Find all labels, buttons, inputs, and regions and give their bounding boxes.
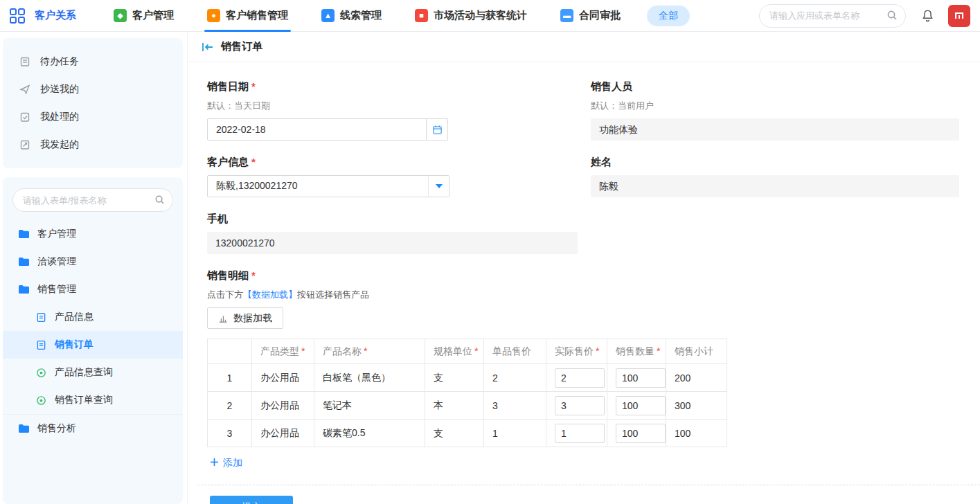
field-sales-detail: 销售明细* 点击下方【数据加载】按钮选择销售产品 数据加载: [207, 269, 969, 469]
sidebar-item-cc-to-me[interactable]: 抄送我的: [3, 75, 183, 103]
cc-to-me-icon: [19, 84, 30, 95]
tab-contract-approval[interactable]: ▬ 合同审批: [544, 0, 637, 32]
tree-form-product-info[interactable]: 产品信息: [3, 303, 183, 331]
sales-detail-table: 产品类型* 产品名称* 规格单位* 单品售价 实际售价* 销售数量* 销售小计: [207, 339, 727, 447]
form-tree-panel: 客户管理 洽谈管理 销售管理 产品信息 销售订单: [3, 177, 183, 504]
tree-form-sales-order[interactable]: 销售订单: [3, 331, 183, 359]
folder-icon: [18, 257, 29, 267]
search-icon: [887, 10, 898, 23]
calendar-button[interactable]: [427, 118, 448, 141]
tab-customer-management[interactable]: ◆ 客户管理: [97, 0, 190, 32]
sales-person-hint: 默认：当前用户: [591, 100, 959, 112]
bar-chart-icon: [218, 314, 228, 323]
add-row-button[interactable]: 添加: [210, 457, 242, 469]
name-label: 姓名: [591, 156, 959, 169]
col-actual-price: 实际售价*: [546, 339, 607, 364]
submit-row: 提交: [207, 485, 969, 504]
folder-icon: [18, 424, 29, 433]
tree-folder-customer-management[interactable]: 客户管理: [3, 220, 183, 248]
table-row: 1 办公用品 白板笔（黑色） 支 2 200: [208, 364, 727, 392]
required-mark: *: [251, 269, 256, 281]
field-sales-person: 销售人员 默认：当前用户 功能体验: [591, 80, 959, 141]
subtotal-cell: 300: [666, 392, 727, 420]
tab-customer-sales-management[interactable]: ● 客户销售管理: [190, 0, 305, 32]
app-launcher-icon[interactable]: [10, 8, 25, 24]
notification-bell-icon[interactable]: [921, 9, 934, 22]
workflow-panel: 待办任务 抄送我的 我处理的 我发起的: [3, 38, 183, 168]
folder-open-icon: [18, 285, 29, 294]
tree-folder-sales-management[interactable]: 销售管理: [3, 276, 183, 303]
app-search-input[interactable]: [759, 4, 906, 28]
actual-price-input[interactable]: [555, 396, 605, 415]
sales-qty-input[interactable]: [616, 424, 666, 443]
table-row: 3 办公用品 碳素笔0.5 支 1 100: [208, 420, 727, 447]
sales-qty-input[interactable]: [616, 396, 666, 415]
folder-icon: [18, 229, 29, 239]
form-search-icon: [154, 195, 165, 207]
plus-icon: [210, 458, 219, 469]
sales-qty-cell: [607, 420, 666, 447]
sales-person-value: 功能体验: [591, 118, 959, 141]
col-product-name: 产品名称*: [314, 339, 425, 364]
col-subtotal: 销售小计: [666, 339, 727, 364]
calendar-icon: [432, 125, 443, 135]
actual-price-input[interactable]: [555, 368, 605, 388]
form-icon: [36, 340, 46, 350]
tree-folder-sales-analysis[interactable]: 销售分析: [3, 414, 183, 442]
subtotal-cell: 100: [666, 420, 727, 447]
sidebar-item-todo-tasks[interactable]: 待办任务: [3, 48, 183, 75]
app-window: 客户关系 ◆ 客户管理 ● 客户销售管理 ▲ 线索管理 ■ 市场活动与获客统计 …: [0, 0, 980, 504]
tree-folder-negotiation-management[interactable]: 洽谈管理: [3, 248, 183, 276]
customer-info-select[interactable]: 陈毅,13200021270: [207, 175, 449, 197]
sidebar: 待办任务 抄送我的 我处理的 我发起的: [0, 32, 187, 504]
tab-marketing-stats[interactable]: ■ 市场活动与获客统计: [398, 0, 544, 32]
workspace-title[interactable]: 客户关系: [35, 9, 76, 22]
sales-qty-cell: [607, 364, 666, 392]
form-search-input[interactable]: [12, 188, 173, 212]
phone-label: 手机: [207, 213, 969, 226]
required-mark: *: [474, 345, 478, 357]
required-mark: *: [596, 345, 599, 357]
required-mark: *: [301, 345, 305, 357]
data-load-hint-link[interactable]: 【数据加载】: [243, 289, 297, 300]
sale-date-input[interactable]: [207, 118, 427, 141]
required-mark: *: [251, 80, 256, 92]
tree-query-sales-order[interactable]: 销售订单查询: [3, 386, 183, 414]
table-header-row: 产品类型* 产品名称* 规格单位* 单品售价 实际售价* 销售数量* 销售小计: [208, 339, 727, 364]
col-unit-price: 单品售价: [484, 339, 546, 364]
col-index: [208, 339, 252, 364]
row-index: 3: [208, 420, 252, 447]
product-type-cell: 办公用品: [252, 420, 314, 447]
sales-person-label: 销售人员: [591, 80, 959, 93]
sale-date-label: 销售日期*: [207, 80, 571, 93]
select-caret-segment[interactable]: [428, 176, 449, 197]
all-apps-button[interactable]: 全部: [647, 6, 690, 26]
sales-detail-hint: 点击下方【数据加载】按钮选择销售产品: [207, 289, 969, 301]
todo-tasks-icon: [19, 56, 30, 67]
spec-unit-cell: 支: [425, 364, 484, 392]
table-row: 2 办公用品 笔记本 本 3 300: [208, 392, 727, 420]
contract-approval-icon: ▬: [560, 9, 573, 22]
actual-price-cell: [546, 364, 607, 392]
submit-button[interactable]: 提交: [210, 496, 293, 504]
sidebar-item-initiated-by-me[interactable]: 我发起的: [3, 131, 183, 159]
sidebar-item-handled-by-me[interactable]: 我处理的: [3, 103, 183, 131]
brand-logo[interactable]: [948, 5, 970, 27]
tree-query-product-info[interactable]: 产品信息查询: [3, 359, 183, 386]
spec-unit-cell: 支: [425, 420, 484, 447]
required-mark: *: [251, 156, 256, 168]
field-name: 姓名 陈毅: [591, 156, 959, 197]
sales-qty-input[interactable]: [616, 368, 666, 388]
product-name-cell: 笔记本: [314, 392, 425, 420]
field-sale-date: 销售日期* 默认：当天日期: [207, 80, 571, 141]
data-load-button[interactable]: 数据加载: [207, 307, 283, 329]
col-sales-qty: 销售数量*: [607, 339, 666, 364]
sales-qty-cell: [607, 392, 666, 420]
collapse-back-icon[interactable]: [202, 42, 214, 53]
customer-info-label: 客户信息*: [207, 156, 571, 169]
tab-lead-management[interactable]: ▲ 线索管理: [305, 0, 398, 32]
product-name-cell: 碳素笔0.5: [314, 420, 425, 447]
product-name-cell: 白板笔（黑色）: [314, 364, 425, 392]
form-icon: [36, 312, 46, 323]
actual-price-input[interactable]: [555, 424, 605, 443]
